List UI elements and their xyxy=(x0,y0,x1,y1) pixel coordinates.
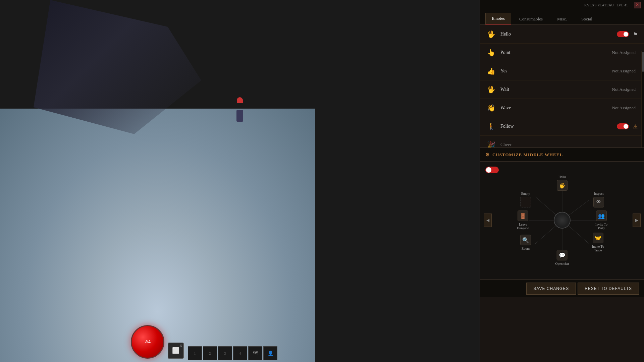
customize-section: ⚙ CUSTOMIZE MIDDLE WHEEL ◀ xyxy=(480,147,644,279)
top-bar: KYLS'S PLATEAU LVL 41 ✕ xyxy=(480,0,644,10)
emote-icon-wave: 👋 xyxy=(485,102,497,114)
emote-icon-point: 👆 xyxy=(485,47,497,59)
wheel-label-open-chat: Open chat xyxy=(555,262,569,265)
location-text: KYLS'S PLATEAU xyxy=(584,3,614,7)
scroll-thumb[interactable] xyxy=(642,52,644,72)
skill-slot-1[interactable]: ⬜ Q xyxy=(168,343,184,359)
customize-title: CUSTOMIZE MIDDLE WHEEL xyxy=(492,152,563,158)
emote-name-point: Point xyxy=(500,50,612,55)
reset-button[interactable]: RESET TO DEFAULTS xyxy=(578,283,639,295)
hotkey-1[interactable]: 1 xyxy=(188,346,202,360)
save-button[interactable]: SAVE CHANGES xyxy=(526,283,576,295)
bottom-buttons: SAVE CHANGES RESET TO DEFAULTS xyxy=(480,279,644,297)
emotes-panel: KYLS'S PLATEAU LVL 41 ✕ Emotes Consumabl… xyxy=(480,0,644,362)
close-button[interactable]: ✕ xyxy=(634,2,641,8)
tab-consumables[interactable]: Consumables xyxy=(513,13,549,24)
tab-social[interactable]: Social xyxy=(575,13,599,24)
tab-emotes[interactable]: Emotes xyxy=(485,13,511,24)
emote-icon-wait: 🖐 xyxy=(485,84,497,96)
flag-follow: ⚠ xyxy=(632,123,639,130)
wheel-icon-leave-dungeon: 🚪 xyxy=(518,210,528,221)
wheel-item-leave-dungeon[interactable]: 🚪 LeaveDungeon xyxy=(517,210,529,230)
wheel-item-zoom[interactable]: 🔍 Zoom xyxy=(520,235,531,250)
emote-row-point[interactable]: 👆 Point Not Assigned xyxy=(480,44,644,62)
wheel-label-inspect: Inspect xyxy=(594,192,604,195)
wheel-item-inspect[interactable]: Inspect 👁 xyxy=(593,192,604,207)
emote-name-hello: Hello xyxy=(500,32,617,37)
toggle-hello[interactable] xyxy=(617,31,629,37)
level-text: LVL 41 xyxy=(616,3,628,7)
emote-binding-wait: Not Assigned xyxy=(612,87,636,92)
wheel-label-invite-party: Invite ToParty xyxy=(595,223,607,230)
hotkey-2[interactable]: 2 xyxy=(203,346,217,360)
hotkey-3[interactable]: 3 xyxy=(218,346,232,360)
customize-settings-icon: ⚙ xyxy=(485,152,490,158)
emote-row-yes[interactable]: 👍 Yes Not Assigned xyxy=(480,62,644,80)
wheel-item-hello[interactable]: Hello 🖐 xyxy=(557,175,568,191)
scroll-track xyxy=(641,51,644,147)
hotkey-6[interactable]: 👤 xyxy=(263,346,277,360)
emote-binding-yes: Not Assigned xyxy=(612,68,636,74)
emote-binding-wave: Not Assigned xyxy=(612,105,636,111)
hotkey-5[interactable]: 🗺 xyxy=(248,346,262,360)
player-character xyxy=(231,97,248,121)
emote-icon-hello: 🖐 xyxy=(485,28,497,40)
wheel-label-invite-trade: Invite ToTrade xyxy=(592,245,604,252)
emote-icon-yes: 👍 xyxy=(485,65,497,77)
emote-name-cheer: Cheer xyxy=(500,142,639,147)
wheel-item-invite-trade[interactable]: 🤝 Invite ToTrade xyxy=(592,233,604,252)
emote-icon-follow: 🚶 xyxy=(485,121,497,132)
wheel-label-zoom: Zoom xyxy=(522,247,530,250)
wheel-icon-invite-party: 👥 xyxy=(596,210,607,221)
wheel-icon-inspect: 👁 xyxy=(593,197,604,207)
wheel-label-empty: Empty xyxy=(521,192,530,195)
health-orb: 2/4 xyxy=(131,325,164,359)
wheel-icon-open-chat: 💬 xyxy=(557,250,568,260)
flag-hello: ⚑ xyxy=(632,31,639,38)
wheel-item-invite-party[interactable]: 👥 Invite ToParty xyxy=(595,210,607,230)
wheel-section: ◀ Hello 🖐 xyxy=(480,162,644,279)
wheel-icon-zoom: 🔍 xyxy=(520,235,531,245)
wheel-center xyxy=(554,212,571,229)
hotkey-4[interactable]: 4 xyxy=(233,346,247,360)
emote-name-wave: Wave xyxy=(500,105,612,111)
emote-row-wave[interactable]: 👋 Wave Not Assigned xyxy=(480,99,644,117)
emote-name-wait: Wait xyxy=(500,87,612,92)
wheel-icon-hello: 🖐 xyxy=(557,180,568,191)
emotes-list: 🖐 Hello ⚑ 👆 Point Not Assigned 👍 Yes Not… xyxy=(480,25,644,147)
wheel-icon-empty xyxy=(520,197,531,207)
wheel-toggle[interactable] xyxy=(485,167,499,173)
toggle-follow[interactable] xyxy=(617,123,629,129)
wheel-nav-right[interactable]: ▶ xyxy=(633,214,641,227)
health-value: 2/4 xyxy=(145,339,151,345)
wheel-item-empty[interactable]: Empty xyxy=(520,192,531,207)
radial-wheel: Hello 🖐 Inspect 👁 👥 Invite ToParty 🤝 Inv… xyxy=(515,173,609,267)
emote-row-wait[interactable]: 🖐 Wait Not Assigned xyxy=(480,80,644,99)
emote-binding-point: Not Assigned xyxy=(612,50,636,55)
emote-name-yes: Yes xyxy=(500,68,612,74)
tab-misc[interactable]: Misc. xyxy=(551,13,573,24)
game-background: 2/4 ⬜ Q 1 2 3 4 🗺 👤 xyxy=(0,0,315,362)
hotbar: 1 2 3 4 🗺 👤 xyxy=(188,346,277,360)
emote-name-follow: Follow xyxy=(500,124,617,129)
wheel-label-leave-dungeon: LeaveDungeon xyxy=(517,223,529,230)
wheel-item-open-chat[interactable]: 💬 Open chat xyxy=(555,250,569,265)
wheel-nav-left[interactable]: ◀ xyxy=(484,214,492,227)
tab-bar: Emotes Consumables Misc. Social xyxy=(480,10,644,25)
customize-header: ⚙ CUSTOMIZE MIDDLE WHEEL xyxy=(480,148,644,162)
emote-row-follow[interactable]: 🚶 Follow ⚠ xyxy=(480,117,644,136)
wheel-label-hello: Hello xyxy=(558,175,566,179)
skill-bar: ⬜ Q xyxy=(168,343,184,359)
wheel-icon-invite-trade: 🤝 xyxy=(593,233,603,243)
emote-icon-cheer: 🎉 xyxy=(485,139,497,148)
emote-row-hello[interactable]: 🖐 Hello ⚑ xyxy=(480,25,644,44)
emote-row-cheer[interactable]: 🎉 Cheer xyxy=(480,136,644,147)
